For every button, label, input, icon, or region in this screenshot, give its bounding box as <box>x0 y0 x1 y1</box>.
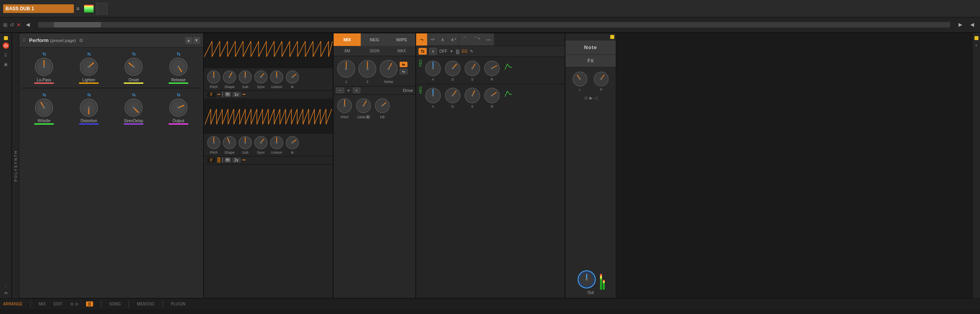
power-button[interactable]: ⏻ <box>3 42 9 49</box>
osc1-line-val[interactable] <box>242 94 246 95</box>
lighten-knob[interactable] <box>79 57 99 77</box>
layer-icon[interactable]: ▣ <box>4 62 7 66</box>
io-icon-2[interactable]: ⊙ <box>75 302 78 306</box>
loop-icon[interactable]: ↺ <box>10 22 14 28</box>
legato-badge[interactable]: L <box>366 115 369 119</box>
lopass-knob[interactable] <box>34 57 54 77</box>
output-knob[interactable] <box>168 97 189 118</box>
osc2-sync-val[interactable]: R <box>225 158 231 162</box>
wave-shape-2-button[interactable]: ¬ˢ <box>427 33 438 46</box>
feg-a-knob[interactable] <box>424 59 442 77</box>
wave-shape-5-button[interactable]: ⌒ <box>459 33 470 46</box>
filter-bars-icon[interactable]: ||| <box>456 49 459 54</box>
plugin-tab[interactable]: PLUGIN <box>171 302 185 306</box>
arrange-tab[interactable]: ARRANGE <box>3 302 22 306</box>
env-dropdown-icon[interactable]: ▼ <box>347 88 351 93</box>
filter-pan-toggle[interactable]: ⇆ <box>418 48 427 55</box>
play-icon[interactable]: ▶ <box>589 95 593 101</box>
wave-shape-4-button[interactable]: ∧ˢ <box>448 33 459 46</box>
song-tab[interactable]: SONG <box>109 302 121 306</box>
io-icon-1[interactable]: ⊙ <box>70 302 73 306</box>
r-knob[interactable] <box>593 70 610 88</box>
osc1-unison-val[interactable]: 1v <box>232 92 241 97</box>
osc2-pitch-knob[interactable] <box>206 135 221 150</box>
aeg-r-knob[interactable] <box>483 86 501 105</box>
pin-icon[interactable]: ⊙ <box>584 95 588 101</box>
list-icon[interactable]: ≡ <box>76 6 79 12</box>
l-knob[interactable] <box>571 70 589 88</box>
scroll-track[interactable] <box>38 22 950 28</box>
osc2-shape-knob[interactable] <box>222 135 237 150</box>
wave-shape-1-button[interactable]: ¬ <box>416 33 427 46</box>
am-button[interactable]: AM <box>334 46 361 56</box>
osc1-shape-val[interactable] <box>217 94 220 95</box>
add-channel-button[interactable]: + <box>975 43 978 48</box>
out-knob[interactable] <box>576 269 597 290</box>
mixer-noise-knob[interactable] <box>378 59 399 79</box>
up-arrow-button[interactable]: ▲ <box>185 37 192 44</box>
aeg-d-knob[interactable] <box>444 86 462 105</box>
filter-edit-icon[interactable]: ✎ <box>470 49 473 53</box>
swap-icon[interactable]: ⇆ <box>4 291 7 295</box>
track-name[interactable]: BASS DUB 1 <box>3 4 74 13</box>
fx-button[interactable]: FX <box>565 55 616 67</box>
lfo-mod-button[interactable]: ∧ <box>353 88 360 93</box>
pattern-indicator[interactable]: ||| <box>86 301 93 307</box>
down-arrow-button[interactable]: ▼ <box>193 37 200 44</box>
prev-button[interactable]: ◄ <box>23 20 33 29</box>
mixer-pitch-knob[interactable] <box>336 97 353 114</box>
neg-button[interactable]: NEG <box>361 33 388 46</box>
link-toggle[interactable]: ⇆ <box>400 69 407 74</box>
speaker-icon[interactable]: ◁ <box>594 95 597 101</box>
max-button[interactable]: MAX <box>388 46 415 56</box>
midi-tab[interactable]: MIDI/OSC <box>137 302 155 306</box>
sign-button[interactable]: SIGN <box>361 46 388 56</box>
feg-d-knob[interactable] <box>444 59 462 77</box>
wipe-button[interactable]: WIPE <box>388 33 415 46</box>
osc1-detune-knob[interactable] <box>285 70 300 84</box>
osc1-unison-knob[interactable] <box>269 70 284 84</box>
mixer-knob1[interactable] <box>336 59 356 79</box>
onset-knob[interactable] <box>123 57 144 77</box>
prev2-button[interactable]: ◄ <box>967 20 977 29</box>
filter-off-dropdown[interactable]: ▼ <box>450 49 453 53</box>
osc2-unison-knob[interactable] <box>269 135 284 150</box>
mixer-knob2[interactable] <box>357 59 378 79</box>
mixer-fb-knob[interactable] <box>374 97 391 114</box>
feg-s-knob[interactable] <box>463 59 481 77</box>
drag-handle[interactable]: ⠿ <box>4 53 7 58</box>
edit-tab[interactable]: EDIT <box>53 302 62 306</box>
settings-icon[interactable]: ⚙ <box>79 38 83 43</box>
feg-r-knob[interactable] <box>483 59 501 77</box>
filter-off-label[interactable]: OFF <box>439 49 447 53</box>
release-knob[interactable] <box>168 57 189 77</box>
wave-shape-7-button[interactable]: — <box>483 33 494 46</box>
filter-eg-label[interactable]: EG <box>462 49 467 53</box>
header-drag[interactable]: ⠿ <box>22 38 26 43</box>
osc1-octave-val[interactable]: 8' <box>207 92 216 97</box>
osc1-sub-knob[interactable] <box>238 70 253 84</box>
osc2-sub-knob[interactable] <box>238 135 253 150</box>
osc2-line-val[interactable] <box>242 160 246 160</box>
aeg-a-knob[interactable] <box>424 86 442 105</box>
osc2-octave-val[interactable]: 8' <box>207 158 216 163</box>
env-mod-button[interactable]: — <box>336 88 344 93</box>
filter-lfo-toggle[interactable]: ∧ <box>429 48 437 55</box>
close-icon[interactable]: ✕ <box>17 22 21 28</box>
osc1-shape-knob[interactable] <box>222 70 237 84</box>
grid-icon[interactable]: ⊞ <box>3 22 7 28</box>
osc1-sync-knob[interactable] <box>253 70 268 84</box>
osc2-unison-val[interactable]: 2v <box>232 158 241 163</box>
osc2-detune-knob[interactable] <box>285 135 300 150</box>
osc1-sync-val[interactable]: R <box>225 92 231 97</box>
osc2-shape-val[interactable] <box>217 157 220 163</box>
mix-tab[interactable]: MIX <box>39 302 46 306</box>
osc2-sync-knob[interactable] <box>253 135 268 150</box>
whistle-knob[interactable] <box>34 97 54 118</box>
mix-button[interactable]: MIX <box>334 33 361 46</box>
scroll-thumb[interactable] <box>54 22 101 28</box>
note-button[interactable]: Note <box>565 40 616 55</box>
mixer-glide-knob[interactable] <box>355 97 372 114</box>
aeg-s-knob[interactable] <box>463 86 481 105</box>
next-button[interactable]: ► <box>956 20 965 29</box>
